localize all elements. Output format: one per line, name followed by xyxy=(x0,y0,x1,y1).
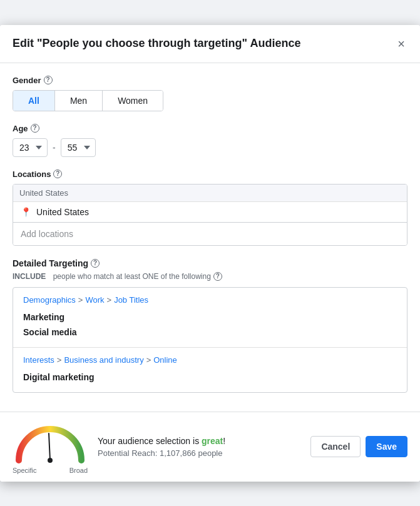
location-name: United States xyxy=(36,207,89,217)
gender-women-button[interactable]: Women xyxy=(103,91,163,111)
modal-title: Edit "People you choose through targetin… xyxy=(13,37,300,50)
footer-buttons: Cancel Save xyxy=(310,436,407,457)
targeting-group-1: Demographics > Work > Job Titles Marketi… xyxy=(13,288,407,348)
age-label: Age ? xyxy=(13,124,407,133)
age-separator: - xyxy=(53,143,56,153)
meter-broad-label: Broad xyxy=(69,467,88,474)
locations-help-icon[interactable]: ? xyxy=(53,170,62,178)
meter-specific-label: Specific xyxy=(13,467,37,474)
audience-meter: Specific Broad xyxy=(13,420,88,474)
modal-header: Edit "People you choose through targetin… xyxy=(0,25,420,63)
breadcrumb-online-link[interactable]: Online xyxy=(153,355,177,365)
audience-quality-text: Your audience selection is great! xyxy=(98,436,300,446)
targeting-item-socialmedia: Social media xyxy=(23,325,397,340)
save-button[interactable]: Save xyxy=(366,436,407,457)
audience-great-label: great xyxy=(202,436,223,446)
age-row: 182123 2530 - 455055 6065 xyxy=(13,138,407,157)
svg-point-1 xyxy=(48,458,53,463)
targeting-item-marketing: Marketing xyxy=(23,310,397,325)
breadcrumb-interests: Interests > Business and industry > Onli… xyxy=(23,355,397,365)
gender-all-button[interactable]: All xyxy=(13,91,55,111)
breadcrumb-jobtitles-link[interactable]: Job Titles xyxy=(114,295,148,305)
include-text: INCLUDE people who match at least ONE of… xyxy=(13,272,407,281)
include-help-icon[interactable]: ? xyxy=(213,272,222,281)
location-item: 📍 United States xyxy=(13,201,407,222)
reach-text: Potential Reach: 1,107,866 people xyxy=(98,448,300,458)
breadcrumb-work-link[interactable]: Work xyxy=(85,295,104,305)
targeting-box-wrapper: Demographics > Work > Job Titles Marketi… xyxy=(13,287,407,393)
modal: Edit "People you choose through targetin… xyxy=(0,25,420,482)
breadcrumb-sep-2: > xyxy=(107,295,112,305)
meter-svg xyxy=(13,420,88,463)
close-button[interactable]: × xyxy=(395,35,407,53)
breadcrumb-demographics: Demographics > Work > Job Titles xyxy=(23,295,397,305)
breadcrumb-sep-4: > xyxy=(146,355,151,365)
breadcrumb-bizindustry-link[interactable]: Business and industry xyxy=(64,355,143,365)
breadcrumb-demographics-link[interactable]: Demographics xyxy=(23,295,76,305)
breadcrumb-sep-3: > xyxy=(57,355,62,365)
location-pin-icon: 📍 xyxy=(21,207,31,217)
age-help-icon[interactable]: ? xyxy=(31,124,39,133)
breadcrumb-interests-link[interactable]: Interests xyxy=(23,355,54,365)
targeting-box: Demographics > Work > Job Titles Marketi… xyxy=(13,287,407,393)
locations-box: United States 📍 United States xyxy=(13,184,407,246)
gender-help-icon[interactable]: ? xyxy=(44,76,53,84)
targeting-item-digitalmarketing: Digital marketing xyxy=(23,370,397,385)
age-from-select[interactable]: 182123 2530 xyxy=(13,138,48,157)
gender-buttons: All Men Women xyxy=(13,90,163,111)
detailed-targeting-section: Detailed Targeting ? INCLUDE people who … xyxy=(13,258,407,393)
svg-line-0 xyxy=(49,433,50,460)
detailed-targeting-help-icon[interactable]: ? xyxy=(91,259,100,268)
locations-list: United States 📍 United States xyxy=(13,185,407,223)
meter-labels: Specific Broad xyxy=(13,467,88,474)
age-section: Age ? 182123 2530 - 455055 6065 xyxy=(13,124,407,157)
locations-input[interactable] xyxy=(13,223,407,245)
cancel-button[interactable]: Cancel xyxy=(310,436,361,457)
locations-section: Locations ? United States 📍 United State… xyxy=(13,170,407,246)
detailed-targeting-label: Detailed Targeting ? xyxy=(13,258,407,268)
audience-info: Your audience selection is great! Potent… xyxy=(98,436,300,458)
gender-section: Gender ? All Men Women xyxy=(13,76,407,111)
modal-footer: Specific Broad Your audience selection i… xyxy=(0,412,420,482)
gender-men-button[interactable]: Men xyxy=(55,91,103,111)
targeting-group-2: Interests > Business and industry > Onli… xyxy=(13,348,407,392)
gender-label: Gender ? xyxy=(13,76,407,85)
locations-list-header: United States xyxy=(13,185,407,201)
modal-body: Gender ? All Men Women Age ? 182123 2530… xyxy=(0,63,420,412)
locations-label: Locations ? xyxy=(13,170,407,179)
age-to-select[interactable]: 455055 6065 xyxy=(61,138,96,157)
breadcrumb-sep-1: > xyxy=(78,295,83,305)
